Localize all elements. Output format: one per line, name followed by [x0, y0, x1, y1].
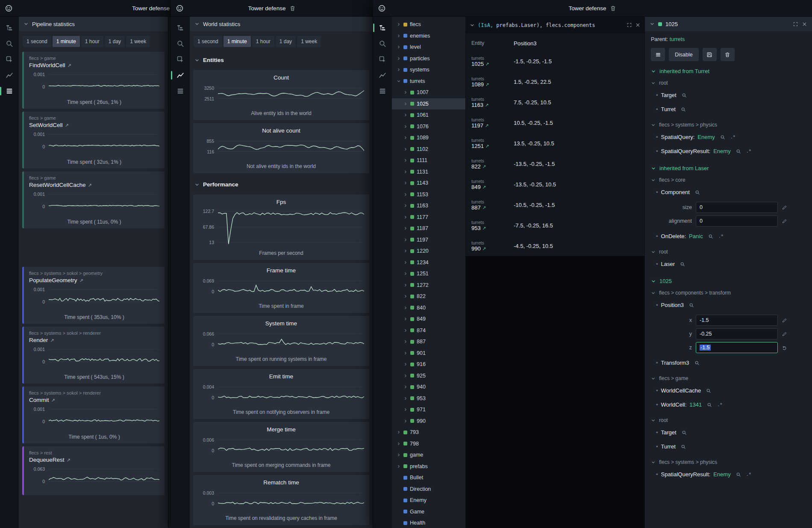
- tree-item-flecs[interactable]: flecs: [392, 19, 465, 30]
- magnifier-icon[interactable]: [707, 402, 712, 407]
- chevron-right-icon[interactable]: [403, 271, 408, 276]
- query-row-953[interactable]: turrets 953↗ -7.5, -0.25, 16.5: [466, 215, 644, 236]
- pencil-icon[interactable]: [782, 218, 787, 224]
- tree-item-925[interactable]: 925: [392, 370, 465, 382]
- query-row-1163[interactable]: turrets 1163↗ 7.5, -0.25, 10.5: [466, 92, 644, 112]
- query-row-1197[interactable]: turrets 1197↗ 10.5, -0.25, -1.5: [466, 112, 644, 133]
- inspector-header[interactable]: 1025: [645, 17, 812, 31]
- tree-item-1177[interactable]: 1177: [392, 212, 465, 223]
- tree-item-1197[interactable]: 1197: [392, 234, 465, 246]
- component-row-turret[interactable]: •Turret: [651, 102, 806, 116]
- field-input-size[interactable]: 0: [696, 202, 778, 213]
- chevron-right-icon[interactable]: [396, 464, 401, 469]
- query-row-1025[interactable]: turrets 1025↗ -1.5, -0.25, -1.5: [466, 51, 644, 71]
- tree-item-game[interactable]: game: [392, 449, 465, 461]
- field-input-z[interactable]: -1.5: [696, 342, 778, 353]
- tab-1-day[interactable]: 1 day: [276, 36, 296, 47]
- component-group-root[interactable]: root: [651, 249, 806, 255]
- component-row-component[interactable]: •Component: [651, 185, 806, 199]
- chart-title-link[interactable]: Commit↗: [29, 397, 159, 403]
- tab-1-day[interactable]: 1 day: [105, 36, 125, 47]
- tab-1-minute[interactable]: 1 minute: [53, 36, 80, 47]
- entity-id-link[interactable]: 1197↗: [471, 122, 511, 129]
- close-icon[interactable]: [802, 21, 807, 27]
- section-header-performance[interactable]: Performance: [193, 176, 369, 192]
- chevron-right-icon[interactable]: [403, 170, 408, 174]
- component-row-worldcell[interactable]: •WorldCell:1341.*: [651, 398, 806, 412]
- component-row-target[interactable]: •Target: [651, 425, 806, 440]
- component-row-position3[interactable]: •Position3: [651, 298, 806, 312]
- close-icon[interactable]: [635, 22, 641, 28]
- column-header-entity[interactable]: Entity: [466, 40, 511, 47]
- tree-item-1025[interactable]: 1025: [392, 98, 465, 110]
- sidebar-inspect-icon[interactable]: [377, 54, 388, 65]
- titlebar[interactable]: Tower defense: [171, 0, 373, 17]
- magnifier-icon[interactable]: [680, 262, 685, 267]
- tree-item-1089[interactable]: 1089: [392, 132, 465, 144]
- chevron-right-icon[interactable]: [403, 158, 408, 162]
- sidebar-chart-icon[interactable]: [4, 70, 15, 81]
- tab-1-week[interactable]: 1 week: [297, 36, 321, 47]
- undo-icon[interactable]: [782, 345, 787, 351]
- tree-item-1163[interactable]: 1163: [392, 200, 465, 212]
- parent-link[interactable]: turrets: [670, 36, 685, 42]
- chevron-right-icon[interactable]: [403, 238, 408, 242]
- pencil-icon[interactable]: [782, 318, 787, 323]
- magnifier-icon[interactable]: [706, 388, 711, 393]
- pencil-icon[interactable]: [782, 331, 787, 337]
- tab-1-minute[interactable]: 1 minute: [224, 36, 251, 47]
- tree-item-1143[interactable]: 1143: [392, 177, 465, 189]
- entity-id-link[interactable]: 990↗: [471, 245, 511, 252]
- chevron-right-icon[interactable]: [403, 407, 408, 412]
- pipeline-panel-header[interactable]: Pipeline statistics: [19, 17, 168, 31]
- component-group-flecs-systems-physics[interactable]: flecs > systems > physics: [651, 459, 806, 465]
- save-button[interactable]: [703, 48, 717, 61]
- tree-item-1234[interactable]: 1234: [392, 257, 465, 268]
- tab-1-second[interactable]: 1 second: [194, 36, 222, 47]
- tree-item-game[interactable]: Game: [392, 506, 465, 518]
- world-panel-header[interactable]: World statistics: [190, 17, 373, 31]
- query-row-849[interactable]: turrets 849↗ -13.5, -0.25, 10.5: [466, 174, 644, 195]
- magnifier-icon[interactable]: [682, 93, 687, 98]
- chevron-right-icon[interactable]: [403, 204, 408, 208]
- chevron-right-icon[interactable]: [403, 113, 408, 117]
- chart-title-link[interactable]: SetWorldCell↗: [29, 122, 159, 128]
- chevron-right-icon[interactable]: [403, 306, 408, 310]
- component-row-target[interactable]: •Target: [651, 88, 806, 102]
- magnifier-icon[interactable]: [708, 234, 713, 239]
- query-input[interactable]: (IsA, prefabs.Laser), flecs.components: [478, 22, 624, 28]
- magnifier-icon[interactable]: [682, 430, 687, 435]
- expand-icon[interactable]: [627, 22, 632, 28]
- chevron-right-icon[interactable]: [403, 136, 408, 140]
- titlebar[interactable]: Tower defense: [373, 0, 812, 17]
- chevron-right-icon[interactable]: [396, 430, 401, 434]
- tree-item-systems[interactable]: systems: [392, 64, 465, 76]
- chart-title-link[interactable]: FindWorldCell↗: [29, 62, 159, 68]
- component-row-spatialquery[interactable]: •SpatialQuery:Enemy.*: [651, 130, 806, 144]
- tree-item-901[interactable]: 901: [392, 348, 465, 359]
- chart-title-link[interactable]: Render↗: [29, 337, 159, 343]
- sidebar-tree-icon[interactable]: [175, 22, 186, 33]
- sidebar-table-icon[interactable]: [4, 86, 15, 97]
- tree-item-1102[interactable]: 1102: [392, 144, 465, 155]
- chevron-right-icon[interactable]: [396, 453, 401, 457]
- query-row-1251[interactable]: turrets 1251↗ 13.5, -0.25, 10.5: [466, 133, 644, 153]
- tree-item-793[interactable]: 793: [392, 427, 465, 438]
- sidebar-search-icon[interactable]: [377, 38, 388, 49]
- component-group-flecs-core[interactable]: flecs > core: [651, 177, 806, 183]
- entity-id-link[interactable]: 1163↗: [471, 102, 511, 108]
- component-row-spatialqueryresult[interactable]: •SpatialQueryResult:Enemy.*: [651, 144, 806, 158]
- tree-item-916[interactable]: 916: [392, 359, 465, 370]
- entity-id-link[interactable]: 953↗: [471, 225, 511, 231]
- query-row-990[interactable]: turrets 990↗ -4.5, -0.25, 10.5: [466, 236, 644, 256]
- chevron-right-icon[interactable]: [403, 90, 408, 94]
- tab-1-second[interactable]: 1 second: [23, 36, 51, 47]
- sidebar-tree-icon[interactable]: [4, 22, 15, 33]
- trash-icon[interactable]: [610, 5, 616, 12]
- query-row-822[interactable]: turrets 822↗ -13.5, -0.25, -1.5: [466, 153, 644, 174]
- magnifier-icon[interactable]: [720, 135, 725, 140]
- chevron-right-icon[interactable]: [403, 328, 408, 333]
- magnifier-icon[interactable]: [736, 149, 741, 154]
- tree-item-874[interactable]: 874: [392, 325, 465, 336]
- chevron-right-icon[interactable]: [396, 442, 401, 446]
